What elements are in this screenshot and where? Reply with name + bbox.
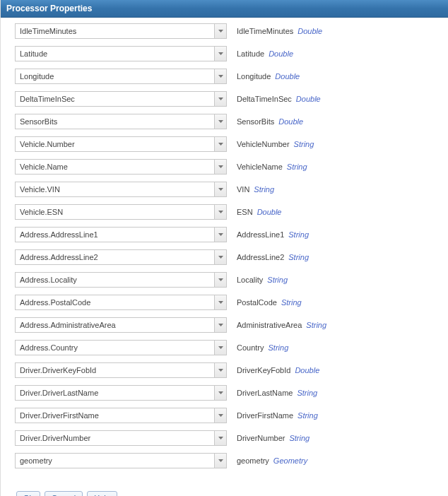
field-input[interactable] (15, 453, 227, 468)
field-combo[interactable] (15, 182, 227, 197)
dropdown-trigger[interactable] (214, 136, 227, 152)
field-type: String (288, 253, 309, 261)
dropdown-trigger[interactable] (214, 249, 227, 265)
svg-marker-15 (218, 369, 223, 372)
field-type: String (297, 411, 318, 420)
field-type: String (269, 343, 289, 352)
field-combo[interactable] (15, 453, 227, 468)
svg-marker-19 (218, 459, 223, 462)
cancel-button[interactable]: Cancel (45, 491, 83, 496)
field-combo[interactable] (15, 430, 227, 446)
chevron-down-icon (218, 165, 223, 168)
property-row: SensorBitsDouble (15, 114, 440, 129)
dropdown-trigger[interactable] (214, 453, 227, 468)
svg-marker-12 (218, 301, 223, 304)
field-combo[interactable] (15, 385, 227, 401)
field-type: String (297, 389, 317, 397)
dropdown-trigger[interactable] (214, 159, 227, 175)
property-row: AdministrativeAreaString (15, 317, 440, 333)
property-row: DriverFirstNameString (15, 408, 440, 423)
field-type: Double (275, 72, 300, 81)
field-label: VIN (237, 185, 249, 194)
dropdown-trigger[interactable] (214, 362, 227, 378)
field-combo[interactable] (15, 204, 227, 220)
svg-marker-11 (218, 278, 223, 281)
field-input[interactable] (15, 408, 227, 423)
field-input[interactable] (15, 295, 227, 310)
field-input[interactable] (15, 182, 227, 197)
svg-marker-9 (218, 233, 223, 236)
field-label: geometry (237, 456, 269, 465)
field-type: Double (278, 117, 303, 126)
field-combo[interactable] (15, 46, 227, 61)
field-combo[interactable] (15, 159, 227, 175)
chevron-down-icon (218, 346, 223, 349)
field-input[interactable] (15, 385, 227, 401)
property-row: LongitudeDouble (15, 69, 440, 84)
field-input[interactable] (15, 91, 227, 107)
dropdown-trigger[interactable] (214, 430, 227, 446)
dropdown-trigger[interactable] (214, 46, 227, 61)
field-input[interactable] (15, 23, 227, 39)
dropdown-trigger[interactable] (214, 295, 227, 310)
field-input[interactable] (15, 430, 227, 446)
property-row: LatitudeDouble (15, 46, 440, 61)
field-combo[interactable] (15, 136, 227, 152)
property-row: CountryString (15, 340, 440, 355)
field-input[interactable] (15, 249, 227, 265)
property-row: IdleTimeMinutesDouble (15, 23, 440, 39)
dropdown-trigger[interactable] (214, 204, 227, 220)
field-label: AdministrativeArea (237, 321, 302, 329)
field-input[interactable] (15, 317, 227, 333)
field-combo[interactable] (15, 23, 227, 39)
dropdown-trigger[interactable] (214, 91, 227, 107)
field-label: Locality (237, 276, 263, 284)
dropdown-trigger[interactable] (214, 385, 227, 401)
field-combo[interactable] (15, 69, 227, 84)
field-label: DeltaTimeInSec (237, 95, 292, 103)
dropdown-trigger[interactable] (214, 340, 227, 355)
dropdown-trigger[interactable] (214, 114, 227, 129)
field-input[interactable] (15, 340, 227, 355)
dropdown-trigger[interactable] (214, 69, 227, 84)
field-input[interactable] (15, 69, 227, 84)
svg-marker-18 (218, 437, 223, 439)
dropdown-trigger[interactable] (214, 23, 227, 39)
chevron-down-icon (218, 30, 223, 33)
chevron-down-icon (218, 233, 223, 236)
dropdown-trigger[interactable] (214, 182, 227, 197)
field-combo[interactable] (15, 227, 227, 242)
field-label: SensorBits (237, 117, 274, 126)
dropdown-trigger[interactable] (214, 227, 227, 242)
field-label: DriverKeyFobId (237, 366, 290, 374)
field-combo[interactable] (15, 317, 227, 333)
chevron-down-icon (218, 301, 223, 304)
chevron-down-icon (218, 414, 223, 417)
dropdown-trigger[interactable] (214, 272, 227, 288)
field-input[interactable] (15, 46, 227, 61)
field-combo[interactable] (15, 408, 227, 423)
field-input[interactable] (15, 136, 227, 152)
button-bar: Ok Cancel Help (1, 485, 448, 496)
field-combo[interactable] (15, 295, 227, 310)
field-combo[interactable] (15, 249, 227, 265)
field-combo[interactable] (15, 114, 227, 129)
field-combo[interactable] (15, 272, 227, 288)
chevron-down-icon (218, 120, 223, 123)
field-combo[interactable] (15, 91, 227, 107)
field-combo[interactable] (15, 340, 227, 355)
field-input[interactable] (15, 159, 227, 175)
help-button[interactable]: Help (87, 491, 117, 496)
field-input[interactable] (15, 362, 227, 378)
field-input[interactable] (15, 204, 227, 220)
svg-marker-2 (218, 75, 223, 78)
dropdown-trigger[interactable] (214, 317, 227, 333)
field-input[interactable] (15, 114, 227, 129)
ok-button[interactable]: Ok (16, 491, 40, 496)
field-combo[interactable] (15, 362, 227, 378)
field-input[interactable] (15, 227, 227, 242)
field-type: String (289, 434, 310, 442)
field-input[interactable] (15, 272, 227, 288)
field-type: String (267, 276, 288, 284)
dropdown-trigger[interactable] (214, 408, 227, 423)
